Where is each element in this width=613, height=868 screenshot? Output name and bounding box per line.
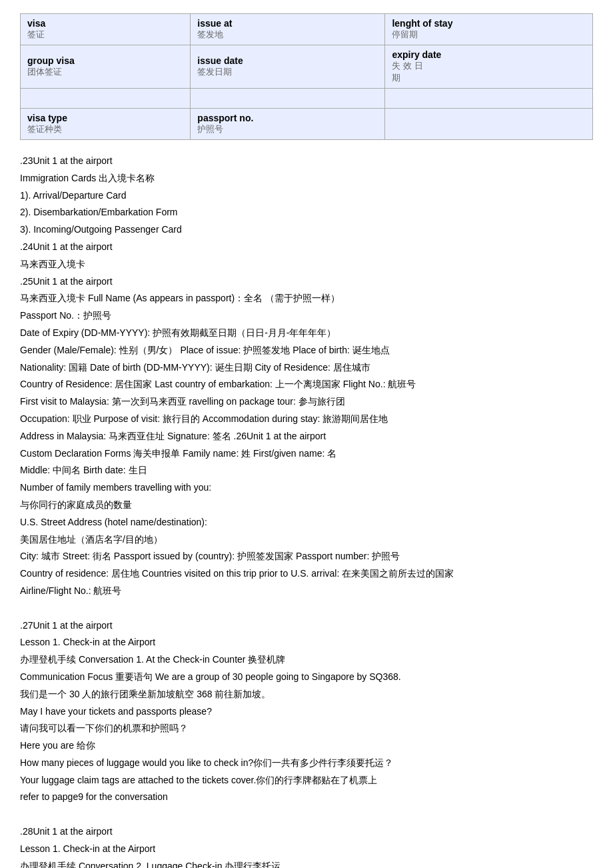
term-expiry-zh: 失 效 日 期: [392, 60, 586, 84]
line-31: Communication Focus 重要语句 We are a group …: [20, 669, 593, 685]
visa-table-section: visa 签证 issue at 签发地 lenght of stay 停留期 …: [20, 13, 593, 140]
table-row: visa 签证 issue at 签发地 lenght of stay 停留期: [21, 14, 593, 45]
line-10: Passport No.：护照号: [20, 308, 593, 324]
table-cell-issue-date: issue date 签发日期: [191, 45, 385, 89]
line-13: Nationality: 国籍 Date of birth (DD-MM-YYY…: [20, 360, 593, 376]
line-39: [20, 807, 593, 823]
line-25: Country of residence: 居住地 Countries visi…: [20, 566, 593, 582]
table-row-empty: [21, 89, 593, 109]
term-issue-at-zh: 签发地: [197, 29, 378, 41]
line-33: May I have your tickets and passports pl…: [20, 704, 593, 720]
term-group-visa-zh: 团体签证: [27, 66, 183, 78]
table-cell-length-of-stay: lenght of stay 停留期: [385, 14, 593, 45]
line-24: City: 城市 Street: 街名 Passport issued by (…: [20, 549, 593, 565]
table-cell-expiry-date: expiry date 失 效 日 期: [385, 45, 593, 89]
line-06: .24Unit 1 at the airport: [20, 239, 593, 255]
table-row: visa type 签证种类 passport no. 护照号: [21, 109, 593, 140]
line-08: .25Unit 1 at the airport: [20, 274, 593, 290]
line-28: .27Unit 1 at the airport: [20, 618, 593, 634]
line-36: How many pieces of luggage would you lik…: [20, 755, 593, 771]
line-40: .28Unit 1 at the airport: [20, 824, 593, 840]
line-04: 2). Disembarkation/Embarkation Form: [20, 205, 593, 221]
line-07: 马来西亚入境卡: [20, 257, 593, 273]
term-visa-en: visa: [27, 18, 183, 29]
term-visa-zh: 签证: [27, 29, 183, 41]
main-content: .23Unit 1 at the airport Immigration Car…: [20, 153, 593, 868]
line-29: Lesson 1. Check-in at the Airport: [20, 635, 593, 651]
line-30: 办理登机手续 Conversation 1. At the Check-in C…: [20, 652, 593, 668]
line-05: 3). Incoming/Outgoing Passenger Card: [20, 222, 593, 238]
table-row: group visa 团体签证 issue date 签发日期 expiry d…: [21, 45, 593, 89]
term-expiry-en: expiry date: [392, 49, 586, 60]
line-19: Middle: 中间名 Birth date: 生日: [20, 463, 593, 479]
term-visa-type-en: visa type: [27, 113, 183, 123]
line-14: Country of Residence: 居住国家 Last country …: [20, 377, 593, 393]
table-cell-visa: visa 签证: [21, 14, 191, 45]
term-length-en: lenght of stay: [392, 18, 586, 29]
term-issue-date-en: issue date: [197, 55, 378, 66]
table-cell-empty4: [385, 109, 593, 140]
line-38: refer to papge9 for the conversation: [20, 789, 593, 805]
line-26: Airline/Flight No.: 航班号: [20, 583, 593, 599]
line-11: Date of Expiry (DD-MM-YYYY): 护照有效期截至日期（日…: [20, 325, 593, 341]
line-42: 办理登机手续 Conversation 2. Luggage Check-in …: [20, 859, 593, 868]
visa-terms-table: visa 签证 issue at 签发地 lenght of stay 停留期 …: [20, 13, 593, 140]
line-16: Occupation: 职业 Purpose of visit: 旅行目的 Ac…: [20, 411, 593, 427]
line-02: Immigration Cards 出入境卡名称: [20, 171, 593, 187]
line-22: U.S. Street Address (hotel name/destinat…: [20, 515, 593, 531]
line-41: Lesson 1. Check-in at the Airport: [20, 841, 593, 857]
line-18: Custom Declaration Forms 海关申报单 Family na…: [20, 446, 593, 462]
table-cell-passport-no: passport no. 护照号: [191, 109, 385, 140]
term-passport-no-en: passport no.: [197, 113, 378, 123]
line-15: First visit to Malaysia: 第一次到马来西亚 ravell…: [20, 394, 593, 410]
line-09: 马来西亚入境卡 Full Name (As appears in passpor…: [20, 291, 593, 307]
line-21: 与你同行的家庭成员的数量: [20, 497, 593, 513]
line-20: Number of family members travelling with…: [20, 480, 593, 496]
line-03: 1). Arrival/Departure Card: [20, 188, 593, 204]
term-issue-date-zh: 签发日期: [197, 66, 378, 78]
table-cell-empty1: [21, 89, 191, 109]
term-issue-at-en: issue at: [197, 18, 378, 29]
line-32: 我们是一个 30 人的旅行团乘坐新加坡航空 368 前往新加坡。: [20, 687, 593, 703]
table-cell-empty3: [385, 89, 593, 109]
line-23: 美国居住地址（酒店名字/目的地）: [20, 532, 593, 548]
table-cell-group-visa: group visa 团体签证: [21, 45, 191, 89]
line-12: Gender (Male/Female): 性别（男/女） Place of i…: [20, 343, 593, 359]
term-length-zh: 停留期: [392, 29, 586, 41]
term-group-visa-en: group visa: [27, 55, 183, 66]
line-27: [20, 601, 593, 617]
line-17: Address in Malaysia: 马来西亚住址 Signature: 签…: [20, 429, 593, 445]
table-cell-issue-at: issue at 签发地: [191, 14, 385, 45]
term-visa-type-zh: 签证种类: [27, 123, 183, 135]
line-01: .23Unit 1 at the airport: [20, 153, 593, 169]
table-cell-empty2: [191, 89, 385, 109]
line-34: 请问我可以看一下你们的机票和护照吗？: [20, 721, 593, 737]
term-passport-no-zh: 护照号: [197, 123, 378, 135]
table-cell-visa-type: visa type 签证种类: [21, 109, 191, 140]
line-37: Your luggage claim tags are attached to …: [20, 773, 593, 789]
line-35: Here you are 给你: [20, 738, 593, 754]
